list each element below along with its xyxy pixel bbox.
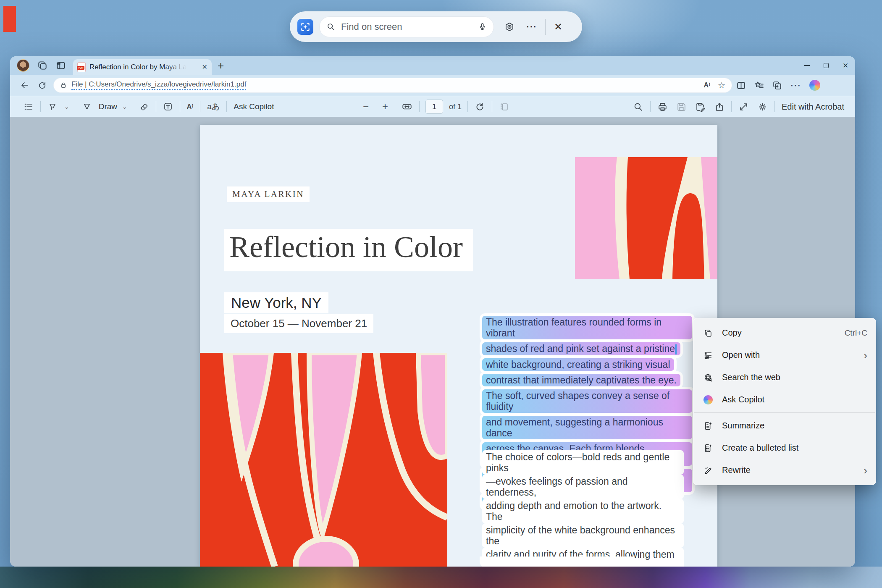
read-aloud-pdf-icon[interactable]: A⁾ xyxy=(183,96,198,117)
context-menu: Copy Ctrl+C Open with › Search the web A… xyxy=(693,318,876,485)
collections-icon[interactable] xyxy=(772,80,782,91)
visual-search-icon xyxy=(297,19,313,35)
submenu-arrow-icon: › xyxy=(864,350,867,361)
bulleted-list-icon xyxy=(703,444,714,453)
page-view-icon xyxy=(495,96,514,117)
page-count-label: of 1 xyxy=(449,102,462,111)
browser-window: PDF Reflection in Color by Maya Larki ✕ … xyxy=(10,56,855,567)
favorite-star-icon[interactable]: ☆ xyxy=(718,80,725,90)
table-of-contents-icon[interactable] xyxy=(19,96,38,117)
close-icon[interactable]: ✕ xyxy=(554,21,562,33)
zoom-in-icon[interactable]: + xyxy=(373,96,392,117)
url-field[interactable]: File | C:Users/Onedrive/s_izza/lovegived… xyxy=(53,78,732,93)
print-icon[interactable] xyxy=(653,96,672,117)
menu-item-open-with[interactable]: Open with › xyxy=(693,344,876,366)
pdf-file-icon: PDF xyxy=(77,62,86,72)
minimize-button[interactable] xyxy=(797,56,816,75)
read-aloud-icon[interactable]: A⁾ xyxy=(704,81,711,89)
zoom-out-icon[interactable]: − xyxy=(359,96,373,117)
refresh-icon[interactable] xyxy=(37,81,47,90)
paragraph-continuation xyxy=(480,556,634,567)
window-controls: ✕ xyxy=(797,56,855,75)
ask-copilot-button[interactable]: Ask Copilot xyxy=(229,96,278,117)
background-window-fragment xyxy=(3,6,16,32)
new-tab-button[interactable]: + xyxy=(218,60,224,71)
wallpaper-bloom-strip xyxy=(0,567,882,588)
tab-actions-icon[interactable] xyxy=(55,60,66,71)
menu-item-ask-copilot[interactable]: Ask Copilot xyxy=(693,388,876,411)
copilot-icon[interactable] xyxy=(809,80,820,91)
settings-cube-icon[interactable] xyxy=(504,21,515,32)
web-search-icon xyxy=(703,373,714,382)
workspaces-icon[interactable] xyxy=(37,60,48,71)
find-on-screen-bar: ⋯ ✕ xyxy=(290,11,582,42)
fullscreen-icon[interactable] xyxy=(734,96,753,117)
favorites-bar-icon[interactable] xyxy=(754,80,764,91)
tab-reflection-in-color[interactable]: PDF Reflection in Color by Maya Larki ✕ xyxy=(73,59,212,75)
artwork-top-right xyxy=(575,157,717,279)
document-dates: October 15 — November 21 xyxy=(224,314,373,333)
submenu-arrow-icon: › xyxy=(864,465,867,476)
artwork-bottom-left xyxy=(200,353,447,567)
menu-separator xyxy=(694,412,875,413)
pdf-toolbar: ⌄ Draw ⌄ A⁾ aあ As xyxy=(10,96,855,117)
menu-item-create-bulleted-list[interactable]: Create a bulleted list xyxy=(693,437,876,459)
more-icon[interactable]: ⋯ xyxy=(526,20,538,33)
close-window-button[interactable]: ✕ xyxy=(836,56,855,75)
share-icon[interactable] xyxy=(710,96,729,117)
edit-with-acrobat-button[interactable]: Edit with Acrobat xyxy=(777,96,848,117)
save-icon xyxy=(672,96,691,117)
lock-icon xyxy=(60,81,67,89)
copilot-icon xyxy=(703,395,714,404)
menu-item-summarize[interactable]: Summarize xyxy=(693,415,876,437)
save-as-icon[interactable] xyxy=(691,96,710,117)
findbar-divider xyxy=(545,19,546,35)
highlighter-icon[interactable] xyxy=(43,96,62,117)
find-on-screen-input[interactable] xyxy=(340,21,478,33)
back-icon[interactable] xyxy=(20,80,30,90)
draw-pen-icon[interactable] xyxy=(71,96,96,117)
document-author: MAYA LARKIN xyxy=(227,186,310,202)
address-bar: File | C:Users/Onedrive/s_izza/lovegived… xyxy=(10,75,855,96)
pdf-settings-gear-icon[interactable] xyxy=(753,96,772,117)
search-pdf-icon[interactable] xyxy=(629,96,648,117)
rewrite-icon xyxy=(703,466,714,475)
fit-to-width-icon[interactable] xyxy=(392,96,417,117)
desktop: PDF Reflection in Color by Maya Larki ✕ … xyxy=(0,0,882,588)
page-number-input[interactable] xyxy=(425,100,443,114)
browser-more-icon[interactable]: ⋯ xyxy=(790,79,802,92)
pdf-page: MAYA LARKIN Reflection in Color New York… xyxy=(200,125,717,567)
url-text: File | C:Users/Onedrive/s_izza/lovegived… xyxy=(71,80,246,90)
draw-dropdown-icon[interactable]: ⌄ xyxy=(121,96,129,117)
translate-icon[interactable]: aあ xyxy=(203,96,224,117)
draw-label[interactable]: Draw xyxy=(96,96,120,117)
copy-icon xyxy=(703,328,714,338)
split-screen-icon[interactable] xyxy=(736,80,746,91)
find-on-screen-input-wrap xyxy=(319,16,494,37)
maximize-button[interactable] xyxy=(816,56,836,75)
tab-strip: PDF Reflection in Color by Maya Larki ✕ … xyxy=(10,56,855,75)
profile-avatar[interactable] xyxy=(17,59,29,72)
rotate-icon[interactable] xyxy=(470,96,489,117)
microphone-icon[interactable] xyxy=(478,22,487,31)
menu-item-copy[interactable]: Copy Ctrl+C xyxy=(693,322,876,344)
tab-close-icon[interactable]: ✕ xyxy=(202,63,207,71)
search-icon xyxy=(326,22,335,31)
open-with-icon xyxy=(703,351,714,360)
menu-item-search-the-web[interactable]: Search the web xyxy=(693,366,876,388)
document-title: Reflection in Color xyxy=(224,229,473,271)
summarize-icon xyxy=(703,421,714,430)
text-cursor xyxy=(675,344,677,354)
text-box-icon[interactable] xyxy=(159,96,177,117)
eraser-icon[interactable] xyxy=(129,96,153,117)
highlighter-dropdown-icon[interactable]: ⌄ xyxy=(63,96,71,117)
tab-title: Reflection in Color by Maya Larki xyxy=(89,63,190,71)
menu-item-rewrite[interactable]: Rewrite › xyxy=(693,459,876,481)
document-location: New York, NY xyxy=(224,292,328,313)
body-paragraph[interactable]: The choice of colors—bold reds and gentl… xyxy=(482,450,684,567)
menu-shortcut: Ctrl+C xyxy=(845,328,867,338)
